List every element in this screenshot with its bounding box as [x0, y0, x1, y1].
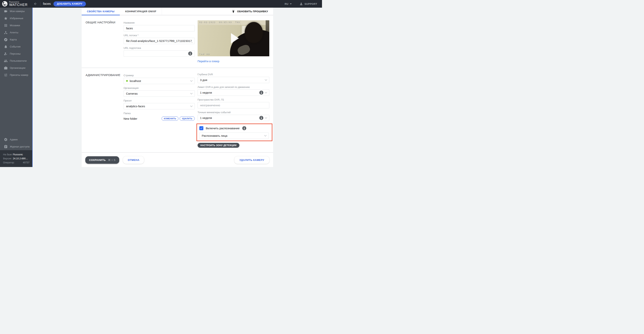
- dvr-space-field: Пространство DVR, ГБ: [198, 98, 269, 108]
- grid-icon: [4, 23, 8, 27]
- dvr-depth-value: 3 дня: [200, 78, 208, 82]
- thumbnails-value: 1 неделя: [200, 116, 212, 119]
- recognition-mode-select[interactable]: Распознавать лица: [199, 133, 269, 139]
- go-to-player-link[interactable]: Перейти в плеер: [198, 60, 220, 63]
- camera-preview[interactable]: 02-02-2023 00:05:09 THU CAM 09: [198, 20, 269, 56]
- support-button[interactable]: SUPPORT: [300, 2, 317, 6]
- operator-row: Оператор: 40737: [3, 161, 30, 165]
- detection-zone-button[interactable]: НАСТРОИТЬ ЗОНУ ДЕТЕКЦИИ: [198, 143, 240, 148]
- info-icon[interactable]: [259, 91, 263, 95]
- sidebar-bottom-group: Админ Журнал доступа: [0, 136, 32, 150]
- topbar: flussonic WATCHER faces ДОБАВИТЬ КАМЕРУ …: [0, 0, 322, 8]
- substream-url-input[interactable]: [126, 52, 188, 55]
- stream-url-label: URL потока *: [124, 34, 195, 37]
- general-right-column: 02-02-2023 00:05:09 THU CAM 09 Перейти в…: [198, 20, 269, 63]
- sidebar-item-events[interactable]: События: [0, 43, 32, 50]
- gear-icon: [4, 138, 8, 142]
- dvr-depth-select[interactable]: 3 дня: [198, 77, 269, 83]
- recognition-checkbox-row: Включить распознавание: [199, 126, 269, 130]
- dvr-space-input[interactable]: [200, 104, 267, 107]
- chevron-down-icon: [190, 79, 192, 82]
- chevron-down-icon: [264, 134, 266, 137]
- folder-delete-button[interactable]: УДАЛИТЬ: [180, 116, 195, 121]
- back-button[interactable]: [32, 1, 38, 7]
- info-icon[interactable]: [188, 51, 192, 55]
- stream-url-input[interactable]: [126, 39, 192, 42]
- sidebar-item-agents[interactable]: Агенты: [0, 29, 32, 36]
- topbar-right: RU SUPPORT: [284, 2, 322, 6]
- preview-person-head: [245, 22, 263, 43]
- info-icon[interactable]: [242, 126, 246, 130]
- general-fields: Название URL потока * URL: [124, 20, 195, 63]
- briefcase-icon: [4, 66, 8, 70]
- compass-icon: [4, 38, 8, 41]
- sidebar-item-label: Мои камеры: [10, 10, 25, 13]
- dvr-motion-limit-field: Лимит DVR в днях для записей по движению…: [198, 86, 269, 96]
- info-icon[interactable]: [259, 116, 263, 120]
- dvr-motion-limit-value: 1 неделя: [200, 91, 212, 94]
- sidebar-item-admin[interactable]: Админ: [0, 136, 32, 143]
- powered-by-value: Flussonic: [13, 153, 23, 157]
- camera-name-input-wrap: [124, 25, 195, 31]
- sidebar-item-camera-presets[interactable]: Пресеты камер: [0, 71, 32, 78]
- upload-icon: [232, 9, 235, 13]
- organization-select[interactable]: Cameras: [124, 90, 195, 97]
- dvr-motion-limit-select[interactable]: 1 неделя: [198, 89, 269, 96]
- preset-value: analytics-faces: [126, 105, 145, 108]
- sidebar-item-users[interactable]: Пользователи: [0, 57, 32, 64]
- update-firmware-button[interactable]: ОБНОВИТЬ ПРОШИВКУ: [232, 8, 268, 15]
- folder-row: New folder ИЗМЕНИТЬ УДАЛИТЬ: [124, 116, 195, 121]
- sidebar-item-access-log[interactable]: Журнал доступа: [0, 143, 32, 150]
- cancel-button[interactable]: ОТМЕНА: [123, 156, 144, 164]
- tab-camera-properties[interactable]: СВОЙСТВА КАМЕРЫ: [82, 8, 120, 15]
- device-hub-icon: [4, 31, 8, 34]
- sidebar-item-organizations[interactable]: Организации: [0, 64, 32, 71]
- tabs: СВОЙСТВА КАМЕРЫ КОНФИГУРАЦИЯ ONVIF: [82, 8, 162, 15]
- sidebar-item-label: Карта: [10, 38, 17, 41]
- administration-title: АДМИНИСТРИРОВАНИЕ: [86, 73, 124, 148]
- powered-by-label: На базе: [3, 153, 12, 157]
- online-status-icon: [126, 80, 128, 82]
- thumbnails-select[interactable]: 1 неделя: [198, 115, 269, 121]
- version-label: Версия:: [3, 157, 12, 161]
- card-header: СВОЙСТВА КАМЕРЫ КОНФИГУРАЦИЯ ONVIF ОБНОВ…: [82, 8, 273, 15]
- sidebar-item-mosaics[interactable]: Мозаики: [0, 22, 32, 29]
- recognition-checkbox[interactable]: [199, 126, 203, 130]
- update-firmware-label: ОБНОВИТЬ ПРОШИВКУ: [237, 10, 268, 13]
- sidebar-item-persons[interactable]: Персоны: [0, 50, 32, 57]
- camera-settings-card: СВОЙСТВА КАМЕРЫ КОНФИГУРАЦИЯ ONVIF ОБНОВ…: [82, 8, 273, 167]
- delete-camera-button[interactable]: УДАЛИТЬ КАМЕРУ: [234, 156, 269, 164]
- people-icon: [4, 59, 8, 63]
- save-button[interactable]: СОХРАНИТЬ ⌘ + S: [85, 156, 120, 164]
- folder-edit-button[interactable]: ИЗМЕНИТЬ: [162, 116, 178, 121]
- add-camera-button[interactable]: ДОБАВИТЬ КАМЕРУ: [54, 1, 86, 6]
- language-selector[interactable]: RU: [284, 2, 292, 5]
- sidebar-item-map[interactable]: Карта: [0, 36, 32, 43]
- sidebar-item-label: Избранные: [10, 17, 24, 20]
- camera-title: faces: [43, 2, 51, 6]
- sidebar: Мои камеры Избранные Мозаики Агенты Карт…: [0, 8, 32, 167]
- preset-select[interactable]: analytics-faces: [124, 103, 195, 109]
- operator-value: 40737: [23, 161, 30, 165]
- operator-label: Оператор:: [3, 161, 14, 165]
- sidebar-item-favorites[interactable]: Избранные: [0, 15, 32, 22]
- streamer-select[interactable]: localhost: [124, 78, 195, 84]
- dvr-motion-limit-label: Лимит DVR в днях для записей по движению: [198, 86, 269, 88]
- footer-actions: СОХРАНИТЬ ⌘ + S ОТМЕНА УДАЛИТЬ КАМЕРУ: [82, 153, 273, 164]
- preview-cam-label: CAM 09: [199, 53, 210, 55]
- administration-section: АДМИНИСТРИРОВАНИЕ Стример localhost Орга…: [82, 68, 273, 152]
- play-icon[interactable]: [231, 33, 239, 43]
- organization-label: Организация: [124, 87, 195, 89]
- streamer-field: Стример localhost: [124, 74, 195, 84]
- brand-text: flussonic WATCHER: [9, 1, 28, 7]
- save-label: СОХРАНИТЬ: [89, 159, 106, 161]
- camera-name-input[interactable]: [126, 27, 192, 30]
- sidebar-item-my-cameras[interactable]: Мои камеры: [0, 8, 32, 15]
- substream-url-field: URL подпотока: [124, 46, 195, 57]
- sidebar-item-label: Персоны: [10, 52, 20, 55]
- tab-onvif-config[interactable]: КОНФИГУРАЦИЯ ONVIF: [120, 8, 162, 15]
- folder-name: New folder: [124, 117, 138, 120]
- sidebar-item-label: Агенты: [10, 31, 18, 34]
- topbar-divider: [40, 2, 40, 6]
- recognition-label: Включить распознавание: [206, 127, 240, 130]
